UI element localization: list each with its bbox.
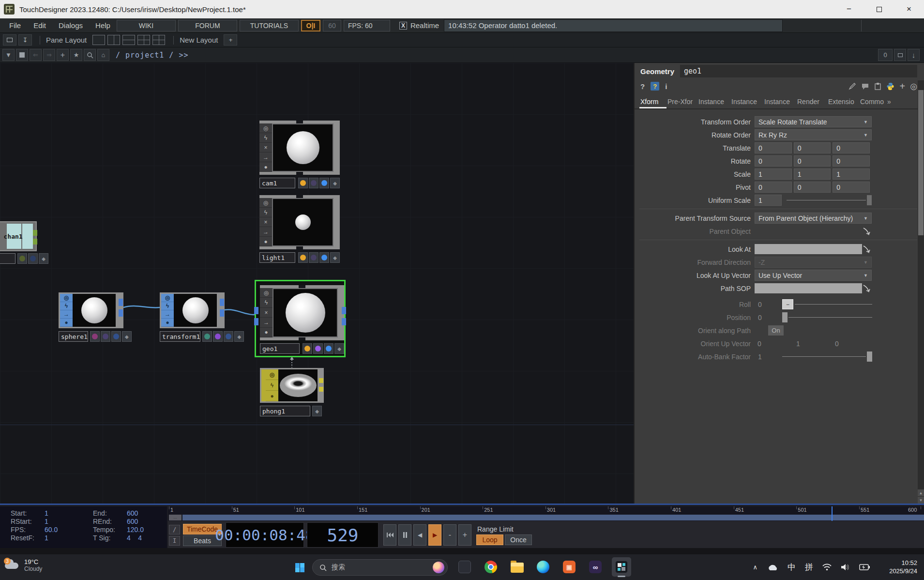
tab-commo-7[interactable]: Commo <box>859 98 886 108</box>
wire-sphere1-transform1[interactable] <box>123 306 160 308</box>
tab-render-5[interactable]: Render <box>796 98 827 108</box>
color-dot-purple[interactable] <box>309 252 318 263</box>
bypass-flag-icon[interactable]: ● <box>259 237 272 246</box>
wifi-icon[interactable] <box>822 564 832 571</box>
node-name[interactable]: geo1 <box>260 343 300 354</box>
onedrive-icon[interactable] <box>767 564 778 571</box>
output-connector[interactable] <box>342 307 346 314</box>
menu-help[interactable]: Help <box>89 21 117 30</box>
loop-button[interactable]: Loop <box>476 534 503 545</box>
node-flags[interactable]: ◎ ϟ → ● <box>161 294 174 327</box>
node-viewer[interactable] <box>278 369 318 401</box>
orange-app-icon[interactable]: ▣ <box>560 557 579 577</box>
render-flag-icon[interactable]: ϟ <box>161 302 174 310</box>
export-flag-icon[interactable]: → <box>259 227 272 237</box>
color-dot-magenta[interactable] <box>90 331 100 342</box>
speaker-icon[interactable] <box>841 564 850 571</box>
realtime-checkbox[interactable]: X <box>399 22 407 30</box>
frame-minus-button[interactable]: - <box>443 524 456 546</box>
star-dot[interactable]: ◆ <box>234 331 244 342</box>
color-dot-blue[interactable] <box>28 253 38 264</box>
clock-widget[interactable]: 10:52 2025/9/24 <box>889 559 917 575</box>
display-flag-icon[interactable]: × <box>259 143 272 153</box>
forward-arrow-icon[interactable]: ⇒ <box>43 49 55 61</box>
scrollbar-thumb[interactable] <box>918 90 924 235</box>
python-icon[interactable] <box>886 82 894 91</box>
viewer-flag-icon[interactable]: ◎ <box>259 198 272 208</box>
add-parameter-icon[interactable]: + <box>899 81 905 92</box>
node-transform1[interactable]: ◎ ϟ → ● transform1 ◆ <box>160 292 225 342</box>
timeline-info-value[interactable]: 1 <box>45 534 93 542</box>
comment-bubble-icon[interactable] <box>861 83 869 90</box>
fps-display[interactable]: FPS: 60 <box>344 20 390 31</box>
timeline-range-bar[interactable]: ... <box>168 514 924 521</box>
pane-menu-dropdown-icon[interactable]: ▼ <box>2 49 15 61</box>
operator-name-field[interactable]: geo1 <box>680 65 917 77</box>
node-geo1[interactable]: ◎ ϟ × → ● geo1 ◆ <box>260 285 344 354</box>
node-viewer[interactable] <box>273 288 338 337</box>
bypass-flag-icon[interactable]: ● <box>259 162 272 172</box>
star-dot[interactable]: ◆ <box>330 178 340 188</box>
battery-icon[interactable] <box>859 564 870 570</box>
tab-instance-3[interactable]: Instance <box>730 98 763 108</box>
edge-icon[interactable] <box>533 557 553 577</box>
slider-handle[interactable] <box>782 312 788 322</box>
python-help-icon[interactable]: ? <box>651 82 659 91</box>
node-viewer[interactable]: 76 chan1 <box>0 221 37 251</box>
slider-handle[interactable] <box>867 195 872 205</box>
dock-pane-icon[interactable]: ↧ <box>18 34 32 46</box>
node-sphere1[interactable]: ◎ ϟ → ● sphere1 ◆ <box>59 292 123 342</box>
step-back-icon[interactable]: ◀ <box>413 524 426 546</box>
oi-indicator[interactable]: O|I <box>301 20 320 31</box>
color-dot-blue[interactable] <box>324 343 333 354</box>
counter-value[interactable]: 0 <box>878 49 893 61</box>
slider-handle[interactable]: − <box>782 299 793 309</box>
bypass-flag-icon[interactable]: ● <box>60 319 73 327</box>
wiki-button[interactable]: WIKI <box>117 20 176 31</box>
search-highlight-icon[interactable] <box>433 562 444 573</box>
node-light1[interactable]: ◎ ϟ × → ● light1 ◆ <box>259 195 340 263</box>
slider-handle[interactable] <box>867 351 872 362</box>
edit-pencil-icon[interactable] <box>848 82 856 90</box>
node-chan1[interactable]: 76 chan1 ◆ <box>0 221 48 264</box>
layout-grid-button[interactable] <box>152 35 165 45</box>
bookmark-star-icon[interactable]: ★ <box>70 49 82 61</box>
star-dot[interactable]: ◆ <box>330 252 340 263</box>
slash-mode-button[interactable]: / <box>169 525 180 534</box>
output-connector[interactable] <box>119 299 123 306</box>
touchdesigner-icon[interactable] <box>612 557 631 577</box>
timeline-info-value[interactable]: 1 <box>45 518 93 525</box>
playhead[interactable] <box>832 506 833 521</box>
color-dot-purple[interactable] <box>101 331 110 342</box>
star-dot[interactable]: ◆ <box>334 343 344 354</box>
pause-icon[interactable] <box>398 524 411 546</box>
bypass-flag-icon[interactable]: ● <box>161 319 174 327</box>
tabs-overflow-chevron-icon[interactable]: » <box>886 98 897 108</box>
color-dot-green[interactable] <box>17 253 27 264</box>
color-dot-orange[interactable] <box>298 252 308 263</box>
output-connector[interactable] <box>220 299 224 306</box>
search-box[interactable]: 搜索 <box>312 559 448 576</box>
timeline-info-value[interactable]: 1 <box>45 509 93 517</box>
render-flag-icon[interactable]: ϟ <box>260 298 273 307</box>
jump-to-start-icon[interactable] <box>383 524 396 546</box>
timeline-info-value[interactable]: 60.0 <box>45 526 93 534</box>
network-path-breadcrumb[interactable]: / project1 / >> <box>116 51 188 60</box>
param-dropdown[interactable]: -Z▼ <box>755 257 872 268</box>
color-dot-orange[interactable] <box>298 178 308 188</box>
add-icon[interactable]: + <box>57 49 69 61</box>
tutorials-button[interactable]: TUTORIALS <box>240 20 299 31</box>
timeline-ruler[interactable]: 151101151201251301351401451501551600 <box>168 506 924 514</box>
node-name[interactable]: cam1 <box>259 178 295 188</box>
layout-three-pane-button[interactable] <box>137 35 150 45</box>
render-flag-icon[interactable]: ϟ <box>60 302 73 310</box>
wire-transform1-geo1[interactable] <box>225 310 255 315</box>
scroll-up-icon[interactable]: ▲ <box>918 489 924 496</box>
start-button[interactable] <box>292 560 307 575</box>
star-dot[interactable]: ◆ <box>312 406 322 416</box>
tray-chevron-up-icon[interactable]: ∧ <box>753 564 757 571</box>
color-dot-violet[interactable] <box>213 331 223 342</box>
param-value-field[interactable]: 1 <box>755 195 782 206</box>
param-value-field[interactable]: 0 <box>833 142 870 153</box>
help-icon[interactable]: ? <box>640 82 645 91</box>
